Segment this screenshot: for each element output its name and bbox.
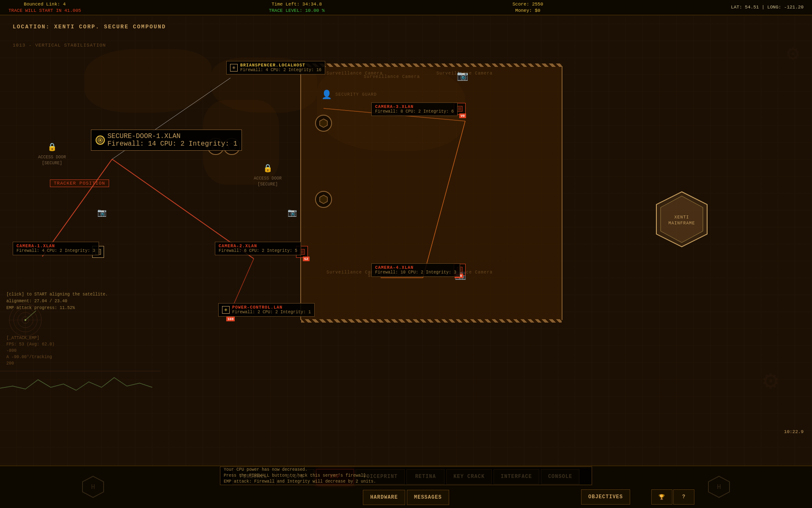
- camera-icon-bl: 📷: [97, 208, 107, 217]
- continent-americas: [85, 49, 211, 113]
- emp-click-text: [click] to START aligning the satellite.: [6, 291, 108, 298]
- hud-coordinates: LAT: 54.51 | LONG: -121.20: [731, 4, 804, 10]
- svg-point-18: [99, 139, 101, 141]
- camera-icon-bm: 📷: [288, 208, 297, 217]
- hud-score: Score: 2550 Money: $0: [513, 1, 543, 14]
- fps-text: FPS: 53 (Avg: 62.0): [6, 341, 55, 348]
- toolbar-logo-left: H: [76, 474, 110, 500]
- mainframe-hex[interactable]: XENTI MAINFRAME: [652, 190, 711, 249]
- money-text: Money: $0: [515, 8, 540, 14]
- hud-time: Time Left: 34:34.8 TRACE LEVEL: 10.00 %: [269, 1, 325, 14]
- bottom-stats: [_ATTACK_EMP] FPS: 53 (Avg: 62.0) -800 A…: [6, 335, 55, 367]
- trophy-button[interactable]: 🏆: [651, 489, 672, 505]
- security-guard-label: 👤 SECURITY GUARD: [321, 89, 377, 100]
- hazard-border-bottom: [301, 319, 562, 323]
- trace-level-text: TRACE LEVEL: 10.00 %: [269, 8, 325, 14]
- camera2-badge: 52: [303, 257, 310, 261]
- secure-door-tooltip[interactable]: SECURE-DOOR-1.XLAN Firewall: 14 CPU: 2 I…: [91, 130, 242, 151]
- toolbar-row2: HARDWARE MESSAGES OBJECTIVES 🏆 ?: [0, 487, 812, 508]
- attack-mode-text: [_ATTACK_EMP]: [6, 335, 55, 341]
- time-display: 10:22.9: [784, 429, 804, 434]
- svg-text:H: H: [717, 483, 721, 491]
- surv-camera-far-tr: Surveillance Camera: [364, 75, 420, 79]
- camera2-tooltip[interactable]: CAMERA-2.XLAN Firewall: 6 CPU: 2 Integri…: [215, 242, 301, 255]
- game-area[interactable]: LOCATION: XENTI CORP. SECURE COMPOUND 10…: [0, 15, 812, 481]
- vert-stab-label: 1013 - VERTICAL STABILISATION: [13, 43, 106, 48]
- brianspencer-tooltip[interactable]: ⊕ BRIANSPENCER.LOCALHOST Firewall: 4 CPU…: [226, 61, 325, 75]
- power-control-tooltip[interactable]: ⊕ POWER-CONTROL.LAN Firewall: 2 CPU: 2 I…: [218, 303, 315, 317]
- hardware-button[interactable]: HARDWARE: [363, 490, 405, 505]
- bounced-link-text: Bounced Link: 4: [24, 1, 66, 7]
- top-hud-bar: Bounced Link: 4 TRACE WILL START IN 41.0…: [0, 0, 812, 15]
- graph-area: [0, 371, 161, 396]
- mini-radar: [8, 303, 42, 337]
- tracking-text: A -90.00°/tracking: [6, 354, 55, 360]
- camera4-tooltip[interactable]: CAMERA-4.XLAN Firewall: 10 CPU: 2 Integr…: [371, 263, 460, 277]
- objectives-button[interactable]: OBJECTIVES: [581, 489, 630, 505]
- time-left-text: Time Left: 34:34.8: [272, 1, 322, 7]
- svg-marker-15: [320, 119, 327, 127]
- svg-rect-24: [458, 107, 461, 110]
- msg-line1: Your CPU power has now decreased.: [224, 467, 376, 473]
- lat-long-text: LAT: 54.51 | LONG: -121.20: [731, 4, 804, 10]
- hex-node-bottom[interactable]: [315, 191, 332, 208]
- gear-top-right: ⚙: [787, 41, 799, 66]
- messages-button[interactable]: MESSAGES: [407, 490, 449, 505]
- camera3-badge: V0: [459, 113, 466, 118]
- access-door-right: 🔒 ACCESS DOOR [SECURE]: [254, 163, 282, 188]
- bottom-toolbar: Your CPU power has now decreased. Press …: [0, 466, 812, 508]
- svg-text:MAINFRAME: MAINFRAME: [668, 221, 695, 226]
- neg-val-text: -800: [6, 348, 55, 354]
- tracker-label: TRACKER POSITION: [50, 179, 109, 187]
- hex-node-top[interactable]: [315, 115, 332, 132]
- hud-bounced-cpu: Bounced Link: 4 TRACE WILL START IN 41.0…: [8, 1, 81, 14]
- power-control-badge: 169: [226, 317, 235, 321]
- svg-point-34: [25, 319, 26, 321]
- access-door-left: 🔒 ACCESS DOOR [SECURE]: [38, 142, 66, 166]
- msg-line2: Press the FIREWALL button to hack this s…: [224, 473, 376, 479]
- toolbar-logo-right: H: [702, 474, 736, 500]
- score-text: Score: 2550: [513, 1, 543, 7]
- message-text-box: Your CPU power has now decreased. Press …: [220, 467, 592, 485]
- camera1-tooltip[interactable]: CAMERA-1.XLAN Firewall: 4 CPU: 2 Integri…: [13, 242, 99, 255]
- camera-icon-tr: 📷: [457, 70, 468, 82]
- location-label: LOCATION: XENTI CORP. SECURE COMPOUND: [13, 24, 166, 30]
- gear-right: ⚙: [763, 365, 778, 396]
- trace-warning-text: TRACE WILL START IN 41.005: [8, 8, 81, 14]
- hazard-border-top: [301, 64, 562, 67]
- svg-marker-16: [320, 195, 327, 204]
- camera3-tooltip[interactable]: CAMERA-3.XLAN Firewall: 8 CPU: 2 Integri…: [371, 102, 458, 116]
- help-button[interactable]: ?: [673, 489, 694, 505]
- graph-val: 200: [6, 360, 55, 367]
- svg-text:XENTI: XENTI: [674, 215, 689, 220]
- svg-line-33: [25, 311, 36, 320]
- msg-line3: EMP attack: Firewall and Integrity will …: [224, 479, 376, 485]
- svg-text:H: H: [91, 483, 95, 491]
